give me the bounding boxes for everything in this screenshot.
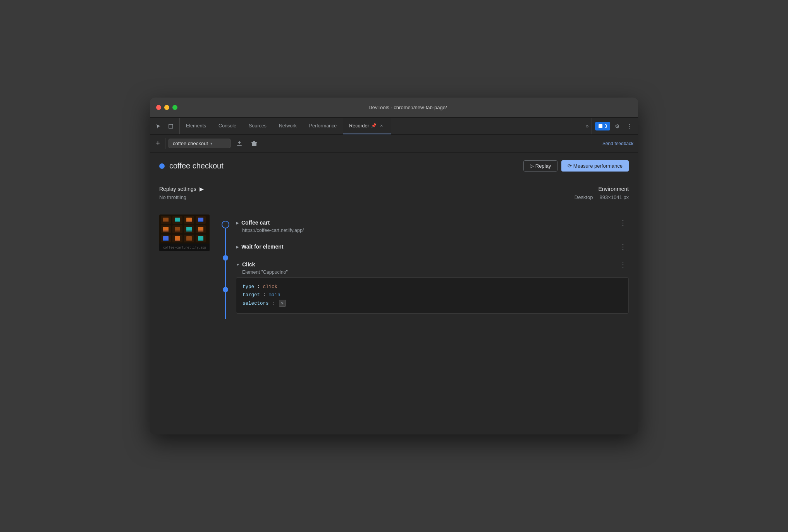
recorder-header: coffee checkout ▷ Replay ⟳ Measure perfo… [150, 153, 638, 178]
step-3: ▼ Click ⋮ Element "Cappucino" type : [236, 254, 629, 314]
svg-rect-15 [186, 221, 192, 222]
selector-picker-icon[interactable] [279, 300, 286, 307]
svg-rect-27 [186, 230, 192, 232]
code-target-val: main [269, 292, 280, 298]
devtools-tabs-bar: Elements Console Sources Network Perform… [150, 118, 638, 135]
step-2-more-button[interactable]: ⋮ [617, 242, 629, 251]
step-2: ▶ Wait for element ⋮ [236, 236, 629, 254]
tab-recorder[interactable]: Recorder 📌 × [343, 118, 391, 134]
devtools-right-icons: 3 ⚙ ⋮ [592, 118, 638, 134]
timeline-column [221, 215, 230, 319]
svg-rect-32 [163, 236, 169, 240]
tab-console[interactable]: Console [212, 118, 243, 134]
svg-rect-23 [175, 227, 180, 231]
header-actions: ▷ Replay ⟳ Measure performance [523, 160, 629, 172]
code-selectors-key: selectors [243, 301, 269, 306]
export-button[interactable] [234, 138, 245, 149]
more-options-icon[interactable]: ⋮ [624, 121, 635, 132]
dropdown-arrow-icon: ▾ [210, 141, 212, 146]
svg-rect-20 [163, 227, 169, 231]
add-recording-button[interactable]: + [155, 138, 165, 149]
svg-rect-9 [163, 221, 169, 222]
replay-button[interactable]: ▷ Replay [523, 160, 557, 172]
svg-rect-29 [198, 227, 203, 231]
code-target-key: target [243, 292, 260, 298]
timeline-line-1 [225, 228, 226, 255]
recording-selector[interactable]: coffee checkout ▾ [169, 139, 231, 148]
svg-rect-42 [198, 240, 203, 241]
svg-rect-8 [163, 218, 169, 221]
timeline-line-3 [225, 292, 226, 319]
svg-rect-41 [198, 236, 203, 240]
svg-rect-0 [169, 124, 173, 128]
window-title: DevTools - chrome://new-tab-page/ [184, 105, 632, 110]
measure-performance-button[interactable]: ⟳ Measure performance [561, 160, 629, 172]
devtools-icons [150, 118, 180, 134]
svg-rect-17 [198, 218, 203, 221]
environment-info: Desktop 893×1041 px [575, 194, 629, 200]
layers-icon[interactable] [165, 121, 176, 132]
title-bar: DevTools - chrome://new-tab-page/ [150, 98, 638, 118]
minimize-button[interactable] [164, 105, 169, 110]
settings-icon[interactable]: ⚙ [612, 121, 623, 132]
step-3-more-button[interactable]: ⋮ [617, 260, 629, 269]
code-type-key: type [243, 284, 254, 290]
pin-icon: 📌 [371, 123, 377, 128]
svg-rect-26 [186, 227, 192, 231]
step-3-label: Click [242, 261, 255, 268]
tab-sources[interactable]: Sources [243, 118, 273, 134]
tab-elements[interactable]: Elements [180, 118, 212, 134]
devtools-tabs: Elements Console Sources Network Perform… [180, 118, 583, 134]
recording-name-label: coffee checkout [169, 161, 224, 170]
step-3-code-block: type : click target : main [236, 277, 629, 314]
timeline-node-3 [223, 287, 228, 292]
step-1-label: Coffee cart [241, 220, 270, 226]
tab-performance[interactable]: Performance [303, 118, 343, 134]
maximize-button[interactable] [172, 105, 177, 110]
timeline-node-2 [223, 255, 228, 261]
step-3-collapse-icon: ▼ [236, 263, 240, 267]
step-1-expand-icon: ▶ [236, 221, 239, 225]
recording-thumbnail: coffee-cart.netlify.app [159, 215, 210, 251]
tab-network[interactable]: Network [273, 118, 303, 134]
close-button[interactable] [156, 105, 161, 110]
cursor-icon[interactable] [153, 121, 164, 132]
traffic-lights [156, 105, 177, 110]
svg-rect-4 [253, 141, 255, 142]
svg-text:coffee-cart.netlify.app: coffee-cart.netlify.app [163, 246, 206, 249]
step-1-more-button[interactable]: ⋮ [617, 218, 629, 227]
svg-rect-1 [599, 124, 602, 128]
settings-section: Replay settings ▶ No throttling Environm… [150, 178, 638, 208]
step-3-element: Element "Cappucino" [236, 269, 629, 275]
svg-rect-14 [186, 218, 192, 221]
svg-rect-36 [175, 240, 180, 241]
svg-rect-21 [163, 230, 169, 232]
replay-settings-toggle[interactable]: Replay settings ▶ [159, 186, 204, 192]
recording-status-dot [159, 163, 165, 169]
step-2-expand-icon: ▶ [236, 245, 239, 249]
svg-rect-39 [186, 240, 192, 241]
environment-label: Environment [575, 186, 629, 192]
step-3-toggle[interactable]: ▼ Click [236, 261, 255, 268]
timeline-node-1 [222, 221, 229, 228]
code-type-val: click [263, 284, 278, 290]
send-feedback-link[interactable]: Send feedback [602, 141, 633, 146]
svg-rect-18 [198, 221, 203, 222]
devtools-window: DevTools - chrome://new-tab-page/ Elemen… [150, 98, 638, 434]
throttling-label: No throttling [159, 194, 204, 200]
delete-button[interactable] [248, 138, 260, 149]
recording-title: coffee checkout [159, 161, 224, 170]
tab-close-icon[interactable]: × [379, 123, 385, 129]
first-step-area: coffee-cart.netlify.app [150, 215, 638, 319]
more-tabs-button[interactable]: » [583, 118, 592, 134]
step-2-toggle[interactable]: ▶ Wait for element [236, 244, 283, 250]
step-2-label: Wait for element [241, 244, 283, 250]
recorder-main: coffee checkout ▷ Replay ⟳ Measure perfo… [150, 153, 638, 434]
step-1-toggle[interactable]: ▶ Coffee cart [236, 220, 270, 226]
issues-badge[interactable]: 3 [595, 122, 610, 130]
svg-rect-38 [186, 236, 192, 240]
timeline-line-2 [225, 261, 226, 287]
step-1-url: https://coffee-cart.netlify.app/ [236, 228, 629, 233]
svg-rect-33 [163, 240, 169, 241]
svg-rect-24 [175, 230, 180, 232]
